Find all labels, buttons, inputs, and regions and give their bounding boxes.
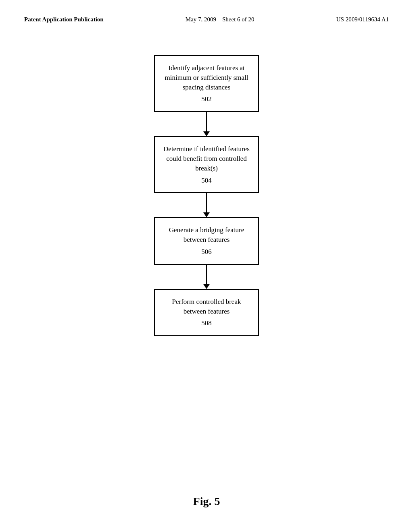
arrow-head-1 — [203, 131, 210, 136]
arrow-2 — [203, 193, 210, 217]
flow-box-504: Determine if identified features could b… — [154, 136, 259, 193]
header-patent-number: US 2009/0119634 A1 — [336, 16, 389, 23]
arrow-3 — [203, 265, 210, 289]
flow-box-504-number: 504 — [163, 176, 250, 185]
figure-label: Fig. 5 — [193, 495, 220, 508]
flow-box-508-number: 508 — [163, 318, 250, 328]
flow-box-508: Perform controlled break between feature… — [154, 289, 259, 336]
arrow-line-2 — [206, 193, 207, 212]
header-publication: Patent Application Publication — [24, 16, 104, 23]
page-header: Patent Application Publication May 7, 20… — [0, 0, 413, 23]
header-sheet: Sheet 6 of 20 — [222, 16, 254, 23]
flow-box-508-text: Perform controlled break between feature… — [172, 298, 241, 315]
flow-box-502-number: 502 — [163, 94, 250, 104]
flowchart: Identify adjacent features at minimum or… — [154, 55, 259, 336]
arrow-1 — [203, 112, 210, 136]
flow-box-504-text: Determine if identified features could b… — [163, 145, 250, 172]
flow-box-502: Identify adjacent features at minimum or… — [154, 55, 259, 112]
header-date: May 7, 2009 — [186, 16, 216, 23]
flow-box-502-text: Identify adjacent features at minimum or… — [165, 64, 248, 91]
arrow-head-2 — [203, 212, 210, 217]
flow-box-506: Generate a bridging feature between feat… — [154, 217, 259, 264]
flow-box-506-number: 506 — [163, 247, 250, 257]
diagram-container: Identify adjacent features at minimum or… — [0, 55, 413, 336]
header-date-sheet: May 7, 2009 Sheet 6 of 20 — [186, 16, 254, 23]
arrow-head-3 — [203, 284, 210, 289]
arrow-line-3 — [206, 265, 207, 284]
arrow-line-1 — [206, 112, 207, 131]
flow-box-506-text: Generate a bridging feature between feat… — [169, 226, 244, 243]
